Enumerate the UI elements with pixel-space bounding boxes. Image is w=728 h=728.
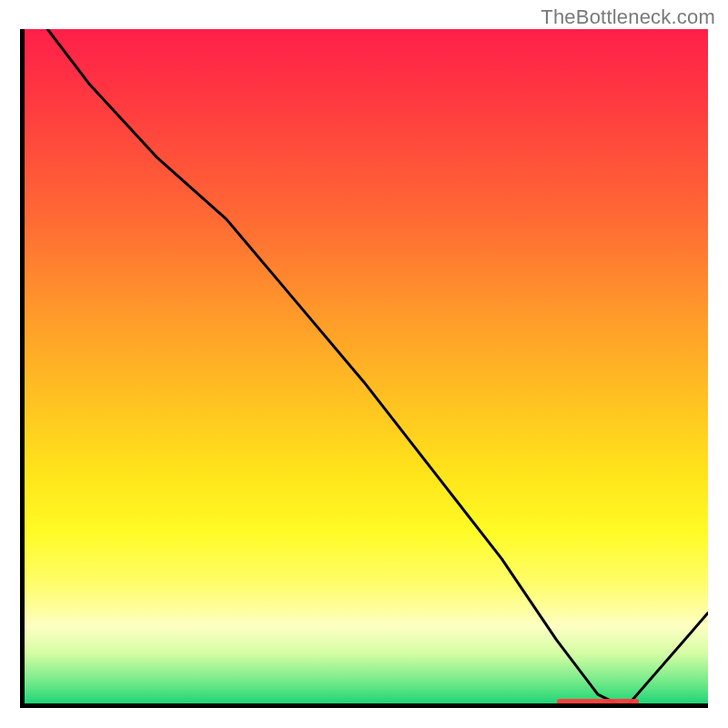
chart-plot-area: [20, 29, 708, 708]
chart-line-series: [20, 29, 708, 708]
chart-min-region-marker: [557, 699, 640, 705]
attribution-label: TheBottleneck.com: [541, 5, 715, 29]
